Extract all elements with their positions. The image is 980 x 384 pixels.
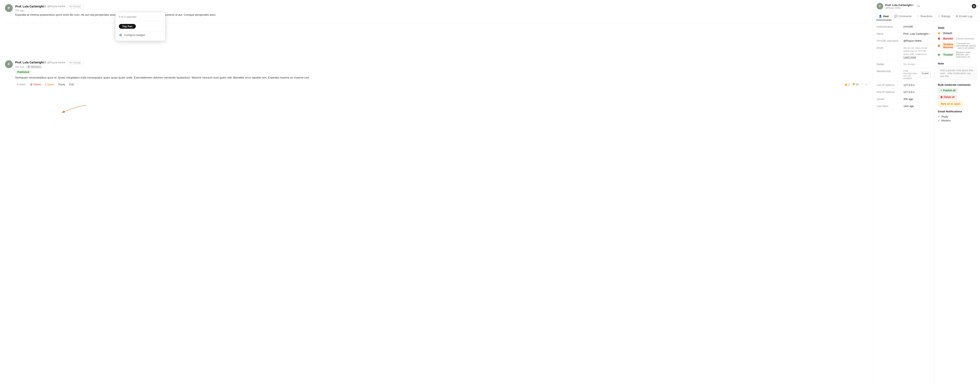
email-note: We do not share email addresses of HYVOR…	[904, 47, 928, 55]
ip-badge: IP: 127.0.0.1	[26, 65, 42, 69]
edit-button[interactable]: Edit	[67, 82, 75, 87]
panel-username: Prof. Lula Cartwright I	[885, 3, 913, 6]
tab-comments[interactable]: 💬 Comments	[892, 13, 914, 20]
configure-badges-btn[interactable]: ⚙️ Configure badges	[116, 31, 165, 38]
state-trusted[interactable]: Trusted Bypasses spam detection, pre-mod…	[938, 51, 977, 59]
joined-label: Joined	[877, 97, 904, 100]
notif-mention-label: Mention	[942, 119, 950, 122]
tab-ratings[interactable]: ☆ Ratings	[935, 13, 953, 20]
fan-label: Fai	[916, 5, 920, 8]
check-mention-icon: ✔	[938, 119, 940, 122]
bulk-title: Bulk moderate comments	[938, 83, 977, 86]
state-default[interactable]: Default	[938, 31, 977, 35]
check-reply-icon: ✔	[938, 115, 940, 118]
trash-bulk-icon: 🗑	[940, 96, 943, 99]
email-label: Email	[877, 46, 904, 49]
default-dot	[938, 32, 940, 34]
trusted-dot	[938, 54, 940, 56]
configure-badges-label: Configure badges	[124, 33, 145, 37]
email-value: We do not share email addresses of HYVOR…	[904, 46, 931, 59]
delete-all-btn[interactable]: 🗑 Delete all	[938, 95, 957, 100]
star-tab-icon: ☆	[938, 15, 940, 18]
notif-mention: ✔ Mention	[938, 119, 977, 123]
membership-row: Membership Paid memberships are not enab…	[877, 68, 931, 81]
delete-button[interactable]: 🗑 Delete	[28, 82, 43, 87]
bottom-comment-author: Prof. Lula Cartwright I	[15, 61, 45, 64]
last-ip-row: Last IP Address 127.0.0.1	[877, 81, 931, 89]
shadow-dot	[938, 45, 940, 47]
bottom-badge-pill[interactable]: No badge	[67, 60, 83, 65]
username-value: @Royce Hirthe	[904, 39, 931, 42]
tab-emails[interactable]: ✉ Emails Log	[953, 13, 975, 20]
state-title: State	[938, 26, 977, 29]
topfan-label: Top Fan	[119, 24, 136, 29]
publish-all-btn[interactable]: ✓ Publish all	[938, 88, 958, 93]
page-wrapper: P Prof. Lula Cartwright I @Royce Hirthe …	[0, 0, 980, 384]
trash-icon: 🗑	[30, 83, 33, 86]
star-icon: ☆	[865, 83, 868, 86]
last-seen-row: Last Seen 14m ago	[877, 103, 931, 110]
publish-button[interactable]: Publish	[15, 82, 27, 87]
close-button[interactable]: ✕	[972, 4, 976, 8]
reply-button[interactable]: Reply	[57, 82, 67, 87]
heart-reaction[interactable]: ♡	[861, 83, 863, 86]
bottom-comment-body: Prof. Lula Cartwright I @Royce Hirthe No…	[15, 60, 868, 87]
state-banned[interactable]: Banned Cannot comment	[938, 37, 977, 41]
tab-reactions[interactable]: ♡ Reactions	[915, 13, 935, 20]
state-shadow[interactable]: Shadow Banned Comments are automatically…	[938, 42, 977, 50]
user-icon: 👤	[879, 15, 882, 18]
state-default-label: Default	[942, 32, 954, 35]
email-notifications: ✔ Reply ✔ Mention	[938, 115, 977, 123]
bottom-comment-header: Prof. Lula Cartwright I @Royce Hirthe No…	[15, 60, 868, 65]
thumbsdown-icon: 👎	[852, 83, 855, 86]
info-table: Authentication HYVOR Name Prof. Lula Car…	[877, 23, 931, 110]
spam-all-btn[interactable]: Mark all as spam	[938, 101, 963, 107]
note-title: Note	[938, 62, 977, 65]
badge-option-topfan[interactable]: Top Fan	[116, 22, 165, 30]
auth-label: Authentication	[877, 25, 904, 28]
comment-author: Prof. Lula Cartwright I	[15, 5, 45, 8]
state-shadow-label: Shadow Banned	[942, 43, 955, 49]
comment-header: Prof. Lula Cartwright I @Royce Hirthe No…	[15, 4, 868, 8]
state-banned-label: Banned	[942, 37, 955, 40]
dislike-reaction[interactable]: 👎 16	[852, 83, 859, 86]
avatar: P	[5, 4, 13, 12]
username-label: HYVOR Username	[877, 39, 904, 42]
state-trusted-label: Trusted	[942, 53, 954, 56]
learn-more-link[interactable]: Learn more	[904, 56, 916, 59]
bottom-comment-handle: @Royce Hirthe	[47, 61, 65, 64]
panel-columns: Authentication HYVOR Name Prof. Lula Car…	[873, 21, 980, 384]
email-icon: ✉	[956, 15, 958, 18]
first-ip-row: First IP Address 127.0.0.1	[877, 89, 931, 96]
tab-user[interactable]: 👤 User	[876, 13, 891, 20]
auth-value: HYVOR	[904, 25, 931, 28]
badge-label: Badge	[877, 62, 904, 66]
panel-user-info: P Prof. Lula Cartwright I @Royce Hirthe …	[877, 3, 920, 10]
like-reaction[interactable]: 👍 1	[844, 83, 850, 86]
enable-membership-btn[interactable]: Enable →	[920, 72, 931, 78]
membership-content: Paid memberships are not enabled Enable …	[904, 70, 931, 80]
badge-dropdown: 0 of 3 selected Top Fan ⚙️ Configure bad…	[116, 13, 165, 41]
spam-button[interactable]: ℹ Spam	[43, 82, 56, 87]
reactions: 👍 1 👎 16 ♡ ☆	[844, 83, 868, 86]
like-count: 1	[848, 83, 850, 86]
comment-actions: Publish 🗑 Delete ℹ Spam Reply Edit 👍	[15, 82, 868, 87]
published-badge: Published	[15, 70, 31, 74]
name-value: Prof. Lula Cartwright I	[904, 32, 931, 35]
note-area[interactable]: Add a private note about this user - onl…	[938, 67, 977, 80]
badge-row: Badge No badge	[877, 61, 931, 68]
membership-note: Paid memberships are not enabled	[904, 70, 918, 80]
state-options: Default Banned Cannot comment Shadow Ban…	[938, 31, 977, 59]
bottom-comment: P Prof. Lula Cartwright I @Royce Hirthe …	[5, 60, 868, 87]
badge-dropdown-header: 0 of 3 selected	[116, 15, 165, 21]
email-notif-title: Email Notifications	[938, 110, 977, 113]
panel-user-names: Prof. Lula Cartwright I @Royce Hirthe	[885, 3, 913, 9]
notif-reply: ✔ Reply	[938, 115, 977, 119]
panel-header: P Prof. Lula Cartwright I @Royce Hirthe …	[873, 0, 980, 13]
heart-tab-icon: ♡	[917, 15, 920, 18]
email-row: Email We do not share email addresses of…	[877, 45, 931, 61]
comment-time: 20h ago	[15, 9, 868, 12]
joined-row: Joined 20h ago	[877, 96, 931, 103]
badge-pill-no[interactable]: No badge	[67, 4, 83, 8]
star-reaction[interactable]: ☆	[865, 83, 868, 86]
